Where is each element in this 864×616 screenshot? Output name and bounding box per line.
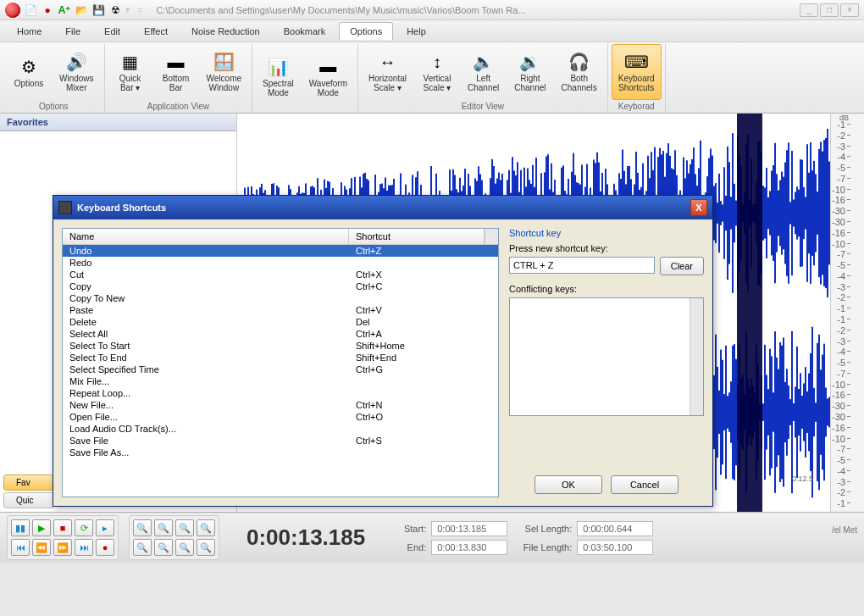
forward-button[interactable]: ⏩ xyxy=(53,539,72,556)
conflicting-keys-box[interactable] xyxy=(509,297,704,416)
shortcut-row[interactable]: Save FileCtrl+S xyxy=(63,435,498,447)
shortcut-row[interactable]: Copy To New xyxy=(63,292,498,304)
stop-button[interactable]: ■ xyxy=(53,519,72,536)
ribbon-both[interactable]: 🎧BothChannels xyxy=(555,44,604,100)
shortcut-row[interactable]: Save File As... xyxy=(63,447,498,458)
ribbon-options[interactable]: ⚙Options xyxy=(7,44,51,100)
menu-edit[interactable]: Edit xyxy=(94,23,130,40)
end-value[interactable]: 0:00:13.830 xyxy=(431,540,507,555)
rewind-button[interactable]: ⏪ xyxy=(32,539,51,556)
sidebar-header[interactable]: Favorites xyxy=(0,114,236,131)
ribbon-horizontal[interactable]: ↔HorizontalScale ▾ xyxy=(362,44,413,100)
pause-button[interactable]: ▮▮ xyxy=(11,519,30,536)
menu-file[interactable]: File xyxy=(55,23,91,40)
shortcut-row[interactable]: Mix File... xyxy=(63,375,498,387)
save-icon[interactable]: 💾 xyxy=(91,3,105,17)
conflict-scrollbar[interactable] xyxy=(690,298,703,415)
zoom-in-button[interactable]: 🔍 xyxy=(133,519,152,536)
shortcut-row[interactable]: Repeat Loop... xyxy=(63,387,498,399)
shortcut-name: Cut xyxy=(69,269,356,280)
svg-rect-670 xyxy=(778,369,779,456)
zoom-extra-button[interactable]: 🔍 xyxy=(197,539,215,556)
dialog-close-button[interactable]: X xyxy=(690,199,707,216)
zoom-v-in-button[interactable]: 🔍 xyxy=(133,539,152,556)
ribbon-group-label: Editor View xyxy=(362,100,604,113)
goto-start-button[interactable]: ⏮ xyxy=(11,539,30,556)
selection-region[interactable] xyxy=(737,114,762,512)
record-button[interactable]: ● xyxy=(96,539,114,556)
shortcut-row[interactable]: Select AllCtrl+A xyxy=(63,328,498,340)
shortcut-row[interactable]: Open File...Ctrl+O xyxy=(63,411,498,423)
clear-button[interactable]: Clear xyxy=(660,257,704,275)
maximize-button[interactable]: □ xyxy=(820,3,839,17)
shortcut-row[interactable]: Select Specified TimeCtrl+G xyxy=(63,363,498,375)
ribbon-spectral[interactable]: 📊SpectralMode xyxy=(256,44,301,109)
cancel-button[interactable]: Cancel xyxy=(611,475,678,494)
start-label: Start: xyxy=(392,524,426,534)
svg-rect-336 xyxy=(805,197,806,229)
shortcut-row[interactable]: Select To EndShift+End xyxy=(63,352,498,363)
shortcut-row[interactable]: PasteCtrl+V xyxy=(63,304,498,316)
tab-favorites[interactable]: Fav xyxy=(3,474,54,491)
shortcut-row[interactable]: Select To StartShift+Home xyxy=(63,340,498,352)
svg-rect-674 xyxy=(784,382,786,442)
shortcut-row[interactable]: UndoCtrl+Z xyxy=(63,245,498,257)
zoom-out-button[interactable]: 🔍 xyxy=(154,519,173,536)
ribbon-label: LeftChannel xyxy=(468,74,499,92)
ribbon-bottom[interactable]: ▬BottomBar xyxy=(154,44,198,100)
ribbon-quick[interactable]: ▦QuickBar ▾ xyxy=(108,44,152,100)
list-scrollbar[interactable] xyxy=(485,229,498,244)
svg-rect-317 xyxy=(773,165,774,261)
shortcut-row[interactable]: Load Audio CD Track(s)... xyxy=(63,423,498,435)
ribbon-keyboard[interactable]: ⌨KeyboardShortcuts xyxy=(612,44,662,100)
sel-length-value[interactable]: 0:00:00.644 xyxy=(577,521,653,536)
play-button[interactable]: ▶ xyxy=(32,519,51,536)
ribbon-vertical[interactable]: ↕VerticalScale ▾ xyxy=(415,44,459,100)
play-selection-button[interactable]: ▸ xyxy=(96,519,114,536)
ok-button[interactable]: OK xyxy=(534,475,602,494)
close-button[interactable]: × xyxy=(840,3,859,17)
zoom-sel-button[interactable]: 🔍 xyxy=(175,519,194,536)
ribbon-icon: ⌨ xyxy=(624,52,648,72)
col-shortcut[interactable]: Shortcut xyxy=(349,229,485,244)
list-body[interactable]: UndoCtrl+ZRedoCutCtrl+XCopyCtrl+CCopy To… xyxy=(63,245,498,497)
shortcut-row[interactable]: CopyCtrl+C xyxy=(63,280,498,292)
shortcut-input[interactable] xyxy=(509,257,655,274)
titlebar-path: C:\Documents and Settings\user\My Docume… xyxy=(149,5,796,15)
burn-icon[interactable]: ☢ xyxy=(108,3,122,17)
record-icon[interactable]: ● xyxy=(41,3,54,17)
shortcut-row[interactable]: New File...Ctrl+N xyxy=(63,399,498,411)
shortcut-row[interactable]: DeleteDel xyxy=(63,316,498,328)
text-icon[interactable]: A⁺ xyxy=(58,3,71,17)
menu-noise-reduction[interactable]: Noise Reduction xyxy=(181,23,270,40)
db-value: -3 xyxy=(837,336,845,347)
goto-end-button[interactable]: ⏭ xyxy=(75,539,93,556)
menu-options[interactable]: Options xyxy=(339,22,393,40)
open-icon[interactable]: 📂 xyxy=(75,3,88,17)
zoom-reset-button[interactable]: 🔍 xyxy=(175,539,194,556)
dialog-titlebar[interactable]: Keyboard Shortcuts X xyxy=(53,196,712,219)
menu-effect[interactable]: Effect xyxy=(134,23,178,40)
play-loop-button[interactable]: ⟳ xyxy=(75,519,93,536)
tab-quick[interactable]: Quic xyxy=(3,492,54,508)
new-icon[interactable]: 📄 xyxy=(24,3,37,17)
minimize-button[interactable]: _ xyxy=(800,3,818,17)
ribbon-welcome[interactable]: 🪟WelcomeWindow xyxy=(200,44,249,100)
col-name[interactable]: Name xyxy=(63,229,349,244)
shortcut-row[interactable]: Redo xyxy=(63,257,498,269)
file-length-value[interactable]: 0:03:50.100 xyxy=(577,540,653,555)
shortcut-key xyxy=(356,258,491,268)
zoom-v-out-button[interactable]: 🔍 xyxy=(154,539,173,556)
ribbon-right[interactable]: 🔉RightChannel xyxy=(507,44,552,100)
menu-home[interactable]: Home xyxy=(7,23,52,40)
menu-bookmark[interactable]: Bookmark xyxy=(274,23,336,40)
svg-rect-330 xyxy=(795,192,796,235)
ribbon-left[interactable]: 🔈LeftChannel xyxy=(461,44,506,100)
ribbon-windows[interactable]: 🔊WindowsMixer xyxy=(53,44,101,100)
start-value[interactable]: 0:00:13.185 xyxy=(431,521,507,536)
menu-help[interactable]: Help xyxy=(396,23,436,40)
db-value: -7 xyxy=(837,174,845,184)
shortcut-row[interactable]: CutCtrl+X xyxy=(63,269,498,280)
ribbon-waveform[interactable]: ▬WaveformMode xyxy=(302,44,354,109)
zoom-full-button[interactable]: 🔍 xyxy=(197,519,215,536)
